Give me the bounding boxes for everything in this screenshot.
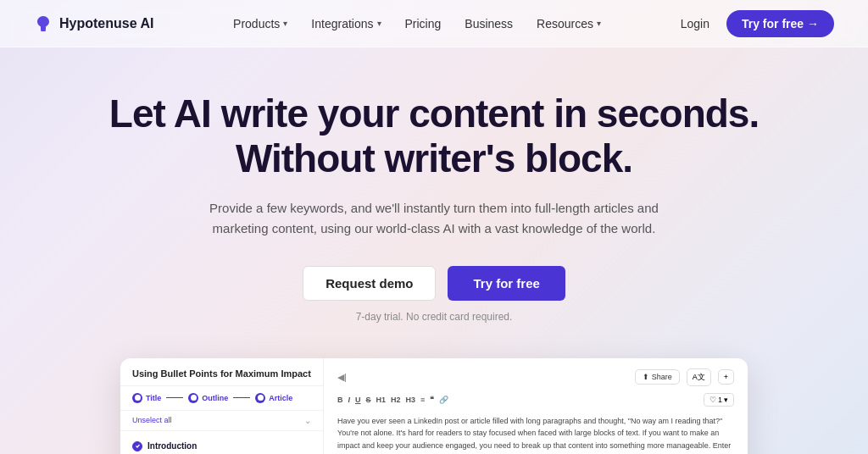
- step-dot-article: [255, 393, 265, 403]
- chevron-down-icon: ▾: [597, 19, 601, 28]
- editor-right-toolbar: ◀| ⬆ Share A文 +: [337, 368, 734, 386]
- unselect-all-link[interactable]: Unselect all: [132, 416, 172, 424]
- translate-button[interactable]: A文: [687, 368, 711, 386]
- nav-item-integrations[interactable]: Integrations▾: [311, 17, 381, 30]
- editor-right-panel: ◀| ⬆ Share A文 + B I U S H1 H2 H3: [324, 358, 748, 454]
- step-line-1: [166, 397, 183, 398]
- quote-button[interactable]: ❝: [430, 396, 434, 404]
- chevron-down-icon: ▾: [283, 19, 287, 28]
- step-dot-title: [132, 393, 142, 403]
- heart-icon: ♡: [709, 396, 716, 404]
- svg-point-2: [191, 395, 197, 401]
- login-link[interactable]: Login: [681, 17, 709, 30]
- strikethrough-button[interactable]: S: [366, 396, 371, 404]
- hero-subtitle: Provide a few keywords, and we'll instan…: [197, 198, 671, 239]
- cursor-indicator: ◀|: [337, 372, 347, 383]
- bold-button[interactable]: B: [337, 396, 343, 404]
- nav-right: Login Try for free →: [681, 10, 834, 37]
- editor-left-toolbar: Unselect all ⌄: [120, 411, 323, 431]
- translate-icon: A文: [693, 373, 705, 381]
- list-button[interactable]: ≡: [420, 396, 425, 404]
- hero-section: Let AI write your content in seconds. Wi…: [0, 47, 868, 343]
- svg-point-1: [135, 395, 141, 401]
- logo-icon: [34, 14, 53, 33]
- hero-trial-note: 7-day trial. No credit card required.: [17, 311, 851, 323]
- step-title: Title: [132, 393, 161, 403]
- h1-button[interactable]: H1: [376, 396, 387, 404]
- editor-actions: ⬆ Share A文 +: [635, 368, 734, 386]
- dropdown-icon: ▾: [724, 396, 728, 404]
- nav-item-products[interactable]: Products▾: [233, 17, 287, 30]
- step-label-article: Article: [269, 394, 292, 402]
- paragraph-1: Have you ever seen a LinkedIn post or ar…: [337, 415, 734, 454]
- expand-icon[interactable]: ⌄: [304, 416, 311, 425]
- h2-button[interactable]: H2: [391, 396, 401, 404]
- nav-item-pricing[interactable]: Pricing: [405, 17, 442, 30]
- like-count: 1: [718, 396, 722, 404]
- step-line-2: [233, 397, 250, 398]
- h3-button[interactable]: H3: [406, 396, 416, 404]
- outline-check-introduction: [132, 441, 142, 451]
- add-button[interactable]: +: [718, 369, 734, 385]
- hero-buttons: Request demo Try for free: [17, 266, 851, 301]
- step-dot-outline: [188, 393, 198, 403]
- logo[interactable]: Hypotenuse AI: [34, 14, 153, 33]
- hero-title: Let AI write your content in seconds. Wi…: [17, 91, 851, 181]
- plus-icon: +: [724, 373, 728, 381]
- svg-point-3: [258, 395, 264, 401]
- editor-mockup: Using Bullet Points for Maximum Impact T…: [120, 358, 748, 454]
- article-title: Using Bullet Points for Maximum Impact: [120, 358, 323, 386]
- text-format-bar: B I U S H1 H2 H3 ≡ ❝ 🔗 ♡ 1 ▾: [337, 393, 734, 407]
- link-button[interactable]: 🔗: [439, 396, 448, 404]
- chevron-down-icon: ▾: [377, 19, 381, 28]
- step-article: Article: [255, 393, 292, 403]
- nav-item-business[interactable]: Business: [465, 17, 513, 30]
- try-for-free-button[interactable]: Try for free: [448, 266, 565, 301]
- step-outline: Outline: [188, 393, 228, 403]
- step-label-outline: Outline: [202, 394, 228, 402]
- share-button[interactable]: ⬆ Share: [635, 369, 680, 385]
- editor-content: Have you ever seen a LinkedIn post or ar…: [337, 415, 734, 454]
- underline-button[interactable]: U: [355, 396, 361, 404]
- step-label-title: Title: [146, 394, 161, 402]
- request-demo-button[interactable]: Request demo: [303, 266, 436, 301]
- like-counter[interactable]: ♡ 1 ▾: [704, 393, 734, 407]
- navbar: Hypotenuse AI Products▾ Integrations▾ Pr…: [0, 0, 868, 47]
- share-icon: ⬆: [643, 373, 649, 381]
- nav-links: Products▾ Integrations▾ Pricing Business…: [233, 17, 601, 30]
- svg-rect-0: [41, 30, 46, 31]
- outline-list: Introduction What Are Bullet Points? Why…: [120, 431, 323, 454]
- editor-steps: Title Outline Article: [120, 386, 323, 411]
- nav-try-free-button[interactable]: Try for free →: [726, 10, 834, 37]
- italic-button[interactable]: I: [348, 396, 351, 404]
- editor-left-panel: Using Bullet Points for Maximum Impact T…: [120, 358, 324, 454]
- outline-item-introduction[interactable]: Introduction: [120, 436, 323, 454]
- nav-item-resources[interactable]: Resources▾: [537, 17, 601, 30]
